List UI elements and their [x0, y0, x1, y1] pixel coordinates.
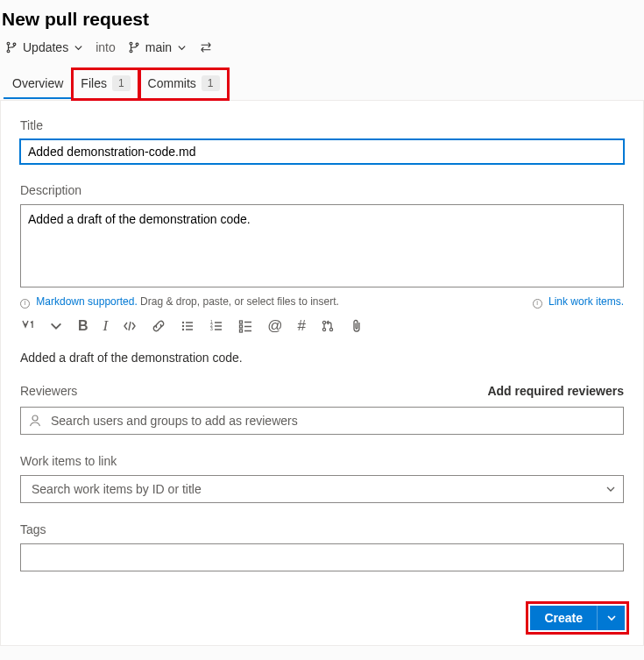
tab-count-badge: 1: [112, 75, 131, 91]
create-button[interactable]: Create: [530, 606, 597, 630]
editor-toolbar: B I 123 @ #: [20, 317, 624, 335]
target-branch-name: main: [145, 40, 172, 54]
svg-rect-14: [240, 330, 243, 332]
svg-rect-13: [240, 325, 243, 328]
reviewers-input-wrapper[interactable]: [20, 407, 624, 435]
tab-label: Files: [81, 76, 107, 90]
svg-point-6: [183, 322, 184, 323]
tags-label: Tags: [20, 522, 624, 536]
svg-text:3: 3: [210, 326, 213, 331]
svg-point-16: [322, 328, 325, 330]
work-items-label: Work items to link: [20, 454, 624, 468]
page-title: New pull request: [0, 0, 644, 35]
swap-branches-icon[interactable]: [199, 41, 213, 53]
work-items-input[interactable]: [28, 478, 605, 500]
code-tool[interactable]: [123, 319, 137, 333]
branch-icon: [5, 41, 18, 53]
numbered-list-tool[interactable]: 123: [209, 319, 223, 333]
chevron-down-icon: [74, 43, 83, 53]
checklist-tool[interactable]: [238, 319, 252, 333]
tab-overview[interactable]: Overview: [4, 69, 72, 99]
svg-point-3: [130, 42, 132, 45]
svg-point-4: [130, 50, 132, 53]
markdown-hint: Drag & drop, paste, or select files to i…: [140, 295, 339, 308]
markdown-supported-link[interactable]: Markdown supported.: [36, 295, 137, 308]
tab-label: Commits: [148, 76, 196, 90]
create-dropdown-button[interactable]: [597, 606, 625, 630]
chevron-down-icon: [605, 484, 616, 494]
add-required-reviewers-link[interactable]: Add required reviewers: [487, 384, 624, 398]
reviewers-label: Reviewers: [20, 384, 77, 398]
tab-label: Overview: [12, 76, 63, 90]
form-panel: Title Description Added a draft of the d…: [0, 101, 644, 646]
svg-point-7: [183, 325, 184, 326]
branch-icon: [128, 41, 140, 53]
description-hint-row: i Markdown supported. Drag & drop, paste…: [20, 295, 624, 309]
tabs-row: Overview Files 1 Commits 1: [0, 68, 644, 101]
into-label: into: [96, 40, 116, 54]
description-preview: Added a draft of the demonstration code.: [20, 351, 624, 365]
heading-dropdown[interactable]: [49, 319, 63, 333]
chevron-down-icon: [177, 43, 187, 53]
svg-point-18: [32, 415, 38, 421]
reviewers-input[interactable]: [47, 409, 616, 432]
svg-point-5: [136, 43, 138, 46]
target-branch-picker[interactable]: main: [128, 40, 187, 54]
pull-request-tool[interactable]: [321, 319, 335, 333]
branch-selector-row: Updates into main: [0, 35, 644, 68]
title-label: Title: [20, 118, 624, 132]
heading-tool[interactable]: [20, 319, 34, 333]
link-work-items-link[interactable]: Link work items.: [548, 295, 624, 308]
tab-count-badge: 1: [202, 75, 220, 91]
description-label: Description: [20, 183, 624, 197]
person-icon: [28, 414, 42, 428]
link-tool[interactable]: [152, 319, 166, 333]
info-icon: i: [533, 299, 542, 309]
bold-tool[interactable]: B: [78, 318, 88, 334]
bullet-list-tool[interactable]: [180, 319, 195, 333]
source-branch-picker[interactable]: Updates: [5, 40, 83, 54]
svg-point-2: [13, 43, 16, 46]
tags-input[interactable]: [20, 543, 624, 571]
svg-rect-12: [240, 321, 243, 323]
description-textarea[interactable]: Added a draft of the demonstration code.: [20, 204, 624, 287]
svg-point-8: [183, 329, 184, 330]
svg-point-1: [7, 50, 10, 53]
bottom-action-bar: Create: [526, 601, 629, 635]
info-icon: i: [20, 299, 30, 309]
mention-tool[interactable]: @: [267, 317, 282, 335]
attach-tool[interactable]: [350, 319, 364, 333]
title-input[interactable]: [20, 139, 624, 164]
hash-tool[interactable]: #: [298, 317, 306, 335]
source-branch-name: Updates: [23, 40, 68, 54]
chevron-down-icon: [606, 613, 617, 623]
tab-commits[interactable]: Commits 1: [139, 68, 229, 100]
italic-tool[interactable]: I: [103, 317, 109, 335]
svg-point-17: [329, 328, 332, 330]
create-button-highlight: Create: [526, 601, 629, 635]
svg-point-0: [7, 42, 10, 45]
svg-point-15: [322, 321, 325, 323]
work-items-input-wrapper[interactable]: [20, 475, 624, 503]
tab-files[interactable]: Files 1: [72, 68, 138, 100]
